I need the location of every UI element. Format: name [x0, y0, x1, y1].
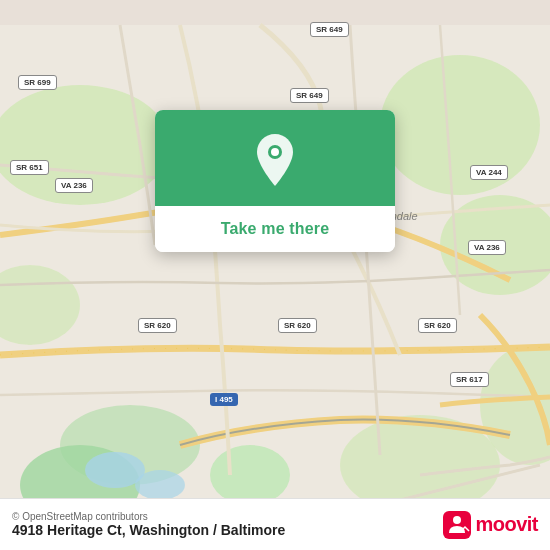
map-container: Annandale Springfield SR 649 SR 649 SR 6…	[0, 0, 550, 550]
badge-sr617: SR 617	[450, 372, 489, 387]
badge-sr699: SR 699	[18, 75, 57, 90]
badge-sr649-mid: SR 649	[290, 88, 329, 103]
popup-green-header	[155, 110, 395, 206]
svg-point-7	[210, 445, 290, 505]
svg-rect-16	[443, 511, 471, 539]
take-me-there-button[interactable]: Take me there	[155, 206, 395, 252]
badge-va236-right: VA 236	[468, 240, 506, 255]
address-label: 4918 Heritage Ct, Washington / Baltimore	[12, 522, 431, 538]
map-background: Annandale Springfield	[0, 0, 550, 550]
badge-sr649-top: SR 649	[310, 22, 349, 37]
svg-point-17	[453, 516, 461, 524]
osm-attribution: © OpenStreetMap contributors	[12, 511, 443, 522]
badge-sr620-left: SR 620	[138, 318, 177, 333]
moovit-text: moovit	[475, 513, 538, 536]
badge-sr620-right: SR 620	[418, 318, 457, 333]
badge-va236-left: VA 236	[55, 178, 93, 193]
svg-point-11	[135, 470, 185, 500]
svg-point-15	[271, 148, 279, 156]
location-popup: Take me there	[155, 110, 395, 252]
badge-sr651: SR 651	[10, 160, 49, 175]
moovit-logo: moovit	[443, 511, 538, 539]
location-pin-icon	[251, 132, 299, 188]
badge-i495: I 495	[210, 393, 238, 406]
moovit-app-icon	[443, 511, 471, 539]
badge-sr620-mid: SR 620	[278, 318, 317, 333]
bottom-bar: © OpenStreetMap contributors 4918 Herita…	[0, 498, 550, 550]
badge-va244: VA 244	[470, 165, 508, 180]
svg-point-2	[380, 55, 540, 195]
